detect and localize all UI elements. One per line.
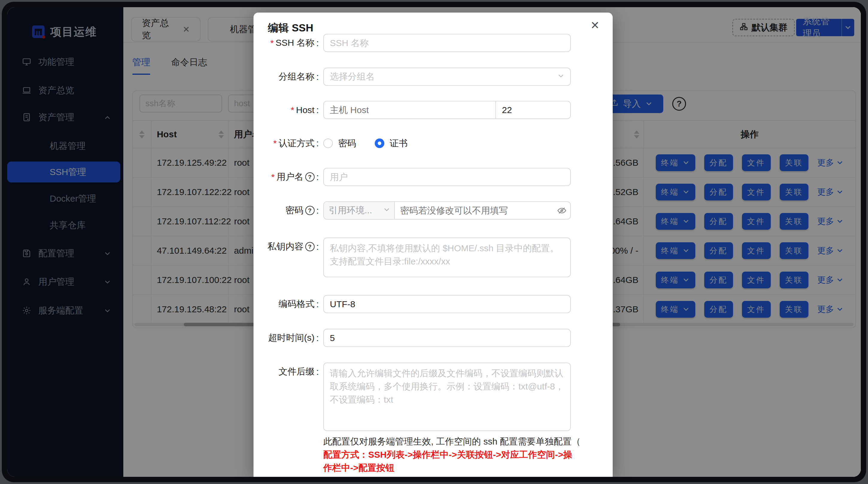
question-circle-icon[interactable]: ? [305, 172, 315, 182]
config-note: 此配置仅对服务端管理生效, 工作空间的 ssh 配置需要单独配置（ [323, 435, 581, 448]
radio-certificate-label[interactable]: 证书 [390, 137, 408, 150]
form-row-username: * 用户名 ? : [253, 168, 613, 186]
form-row-timeout: 超时时间(s): [253, 329, 613, 347]
required-asterisk: * [271, 172, 275, 182]
form-row-encoding: 编码格式: [253, 295, 613, 313]
required-asterisk: * [291, 105, 294, 115]
encoding-input[interactable] [323, 295, 571, 313]
edit-ssh-modal: 编辑 SSH ✕ * SSH 名称: 分组名称: 选择分组名 [253, 12, 613, 477]
chevron-down-icon [383, 205, 391, 216]
form-row-private-key: 私钥内容 ? : [253, 237, 613, 277]
screen: 项目运维 功能管理 资产总览 资产管理 [0, 0, 868, 484]
form-row-auth: * 认证方式: 密码 证书 [253, 133, 613, 153]
timeout-input[interactable] [323, 329, 571, 347]
close-icon[interactable]: ✕ [591, 19, 599, 32]
eye-invisible-icon[interactable] [553, 206, 570, 215]
group-select[interactable]: 选择分组名 [323, 68, 571, 86]
required-asterisk: * [270, 38, 274, 48]
form-row-password: 密码 ? : 引用环境... [253, 201, 613, 220]
form-row-ssh-name: * SSH 名称: [253, 34, 613, 52]
app-window: 项目运维 功能管理 资产总览 资产管理 [7, 7, 861, 477]
password-ref-select[interactable]: 引用环境... [324, 202, 394, 219]
radio-password[interactable] [323, 138, 333, 148]
private-key-textarea[interactable] [323, 237, 571, 277]
chevron-down-icon [557, 72, 565, 82]
ssh-name-input[interactable] [323, 34, 571, 52]
password-input[interactable] [395, 202, 553, 219]
form-row-host: * Host: [253, 101, 613, 119]
question-circle-icon[interactable]: ? [305, 242, 315, 251]
required-asterisk: * [273, 138, 277, 149]
username-input[interactable] [323, 168, 571, 186]
file-suffix-textarea[interactable] [323, 362, 571, 431]
port-input[interactable] [496, 101, 570, 119]
question-circle-icon[interactable]: ? [305, 206, 315, 215]
config-note-warning: 配置方式：SSH列表->操作栏中->关联按钮->对应工作空间->操作栏中->配置… [323, 448, 581, 475]
radio-password-label[interactable]: 密码 [338, 137, 356, 150]
host-input[interactable] [324, 101, 495, 119]
modal-title: 编辑 SSH [268, 21, 313, 35]
radio-certificate[interactable] [375, 138, 384, 148]
form-row-file-suffix: 文件后缀: [253, 362, 613, 431]
form-row-group: 分组名称: 选择分组名 [253, 68, 613, 86]
